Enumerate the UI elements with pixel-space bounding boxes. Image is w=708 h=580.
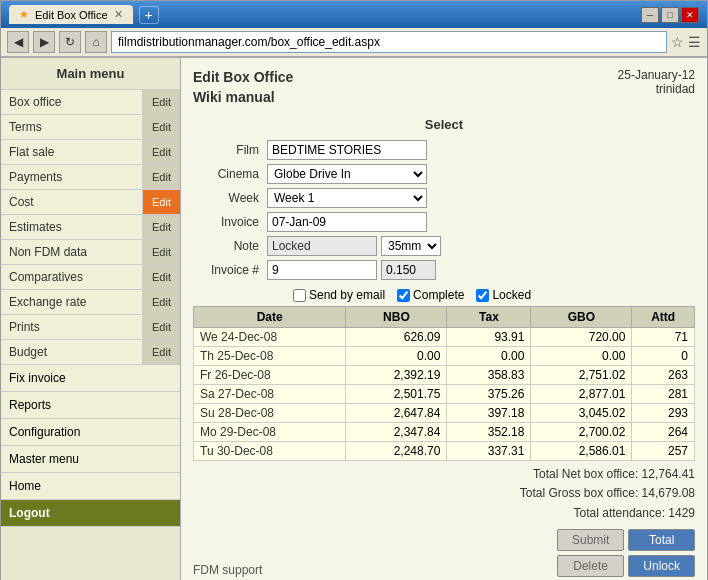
forward-button[interactable]: ▶ xyxy=(33,31,55,53)
table-row: Su 28-Dec-08 2,647.84 397.18 3,045.02 29… xyxy=(194,404,695,423)
cell-attd: 263 xyxy=(632,366,695,385)
refresh-button[interactable]: ↻ xyxy=(59,31,81,53)
cell-nbo: 2,248.70 xyxy=(346,442,447,461)
submit-button[interactable]: Submit xyxy=(557,529,624,551)
week-label: Week xyxy=(193,186,263,210)
total-button[interactable]: Total xyxy=(628,529,695,551)
sidebar-item-payments[interactable]: Payments Edit xyxy=(1,165,180,190)
total-attd: Total attendance: 1429 xyxy=(193,504,695,523)
sidebar-item-prints[interactable]: Prints Edit xyxy=(1,315,180,340)
table-row: Fr 26-Dec-08 2,392.19 358.83 2,751.02 26… xyxy=(194,366,695,385)
sidebar-item-configuration[interactable]: Configuration xyxy=(1,419,180,446)
complete-checkbox[interactable] xyxy=(397,289,410,302)
send-email-text: Send by email xyxy=(309,288,385,302)
new-tab-button[interactable]: + xyxy=(139,6,159,24)
back-button[interactable]: ◀ xyxy=(7,31,29,53)
cell-tax: 358.83 xyxy=(447,366,531,385)
sidebar-item-home[interactable]: Home xyxy=(1,473,180,500)
film-size-select[interactable]: 35mm xyxy=(381,236,441,256)
sidebar-item-cost[interactable]: Cost Edit xyxy=(1,190,180,215)
cell-nbo: 2,347.84 xyxy=(346,423,447,442)
restore-button[interactable]: □ xyxy=(661,7,679,23)
locked-text: Locked xyxy=(492,288,531,302)
cell-tax: 375.26 xyxy=(447,385,531,404)
home-button[interactable]: ⌂ xyxy=(85,31,107,53)
sidebar-item-master-menu[interactable]: Master menu xyxy=(1,446,180,473)
locked-checkbox-label[interactable]: Locked xyxy=(476,288,531,302)
close-button[interactable]: ✕ xyxy=(681,7,699,23)
cell-date: Sa 27-Dec-08 xyxy=(194,385,346,404)
minimize-button[interactable]: ─ xyxy=(641,7,659,23)
col-nbo: NBO xyxy=(346,307,447,328)
complete-checkbox-label[interactable]: Complete xyxy=(397,288,464,302)
cell-date: We 24-Dec-08 xyxy=(194,328,346,347)
sidebar-item-box-office[interactable]: Box office Edit xyxy=(1,90,180,115)
tools-icon[interactable]: ☰ xyxy=(688,34,701,50)
table-row: Th 25-Dec-08 0.00 0.00 0.00 0 xyxy=(194,347,695,366)
delete-button[interactable]: Delete xyxy=(557,555,624,577)
table-row: Sa 27-Dec-08 2,501.75 375.26 2,877.01 28… xyxy=(194,385,695,404)
col-attd: Attd xyxy=(632,307,695,328)
sidebar-item-estimates[interactable]: Estimates Edit xyxy=(1,215,180,240)
film-ratio-input[interactable] xyxy=(381,260,436,280)
film-input[interactable] xyxy=(267,140,427,160)
panel-date: 25-January-12 trinidad xyxy=(618,68,695,96)
sidebar-item-fix-invoice[interactable]: Fix invoice xyxy=(1,365,180,392)
unlock-button[interactable]: Unlock xyxy=(628,555,695,577)
cell-gbo: 2,700.02 xyxy=(531,423,632,442)
film-label: Film xyxy=(193,138,263,162)
sidebar-item-logout[interactable]: Logout xyxy=(1,500,180,527)
sidebar-item-non-fdm[interactable]: Non FDM data Edit xyxy=(1,240,180,265)
tab-title: Edit Box Office xyxy=(35,9,108,21)
locked-checkbox[interactable] xyxy=(476,289,489,302)
note-label: Note xyxy=(193,234,263,258)
select-heading: Select xyxy=(193,117,695,132)
cell-attd: 293 xyxy=(632,404,695,423)
invoice-label: Invoice xyxy=(193,210,263,234)
cell-nbo: 2,501.75 xyxy=(346,385,447,404)
send-email-checkbox-label[interactable]: Send by email xyxy=(293,288,385,302)
send-email-checkbox[interactable] xyxy=(293,289,306,302)
invoice-input[interactable] xyxy=(267,212,427,232)
complete-text: Complete xyxy=(413,288,464,302)
tab-star: ★ xyxy=(19,8,29,21)
tab-close-icon[interactable]: ✕ xyxy=(114,8,123,21)
cell-date: Fr 26-Dec-08 xyxy=(194,366,346,385)
sidebar-item-reports[interactable]: Reports xyxy=(1,392,180,419)
cell-gbo: 2,877.01 xyxy=(531,385,632,404)
cell-tax: 337.31 xyxy=(447,442,531,461)
sidebar-item-budget[interactable]: Budget Edit xyxy=(1,340,180,365)
cell-gbo: 3,045.02 xyxy=(531,404,632,423)
sidebar-item-terms[interactable]: Terms Edit xyxy=(1,115,180,140)
cell-nbo: 0.00 xyxy=(346,347,447,366)
cell-tax: 352.18 xyxy=(447,423,531,442)
sidebar-item-comparatives[interactable]: Comparatives Edit xyxy=(1,265,180,290)
table-row: Mo 29-Dec-08 2,347.84 352.18 2,700.02 26… xyxy=(194,423,695,442)
cinema-select[interactable]: Globe Drive In xyxy=(267,164,427,184)
bookmark-icon[interactable]: ☆ xyxy=(671,34,684,50)
cell-attd: 257 xyxy=(632,442,695,461)
sidebar-item-exchange-rate[interactable]: Exchange rate Edit xyxy=(1,290,180,315)
cell-gbo: 720.00 xyxy=(531,328,632,347)
week-select[interactable]: Week 1 xyxy=(267,188,427,208)
col-gbo: GBO xyxy=(531,307,632,328)
cell-gbo: 0.00 xyxy=(531,347,632,366)
cell-date: Su 28-Dec-08 xyxy=(194,404,346,423)
sidebar-title: Main menu xyxy=(1,58,180,90)
panel-title: Edit Box Office Wiki manual xyxy=(193,68,293,107)
table-row: We 24-Dec-08 626.09 93.91 720.00 71 xyxy=(194,328,695,347)
cell-attd: 264 xyxy=(632,423,695,442)
cell-date: Tu 30-Dec-08 xyxy=(194,442,346,461)
invoice-num-input[interactable] xyxy=(267,260,377,280)
col-date: Date xyxy=(194,307,346,328)
fdm-support: FDM support xyxy=(193,563,262,577)
cinema-label: Cinema xyxy=(193,162,263,186)
cell-tax: 93.91 xyxy=(447,328,531,347)
address-input[interactable] xyxy=(111,31,667,53)
invoice-num-label: Invoice # xyxy=(193,258,263,282)
cell-attd: 71 xyxy=(632,328,695,347)
sidebar-item-flat-sale[interactable]: Flat sale Edit xyxy=(1,140,180,165)
total-net: Total Net box office: 12,764.41 xyxy=(193,465,695,484)
cell-nbo: 2,392.19 xyxy=(346,366,447,385)
cell-nbo: 626.09 xyxy=(346,328,447,347)
